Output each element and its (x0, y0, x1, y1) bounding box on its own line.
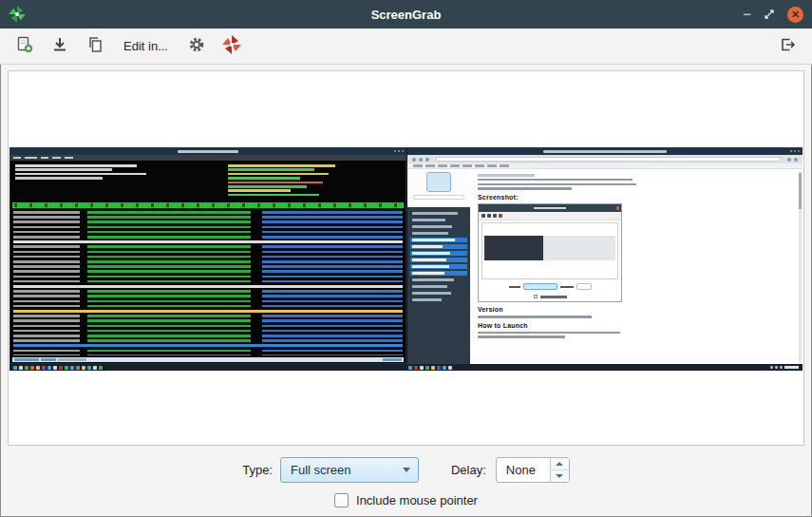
chevron-down-icon (403, 468, 410, 472)
maximize-button[interactable] (764, 9, 775, 20)
type-label: Type: (242, 463, 273, 477)
screenshot-preview-image: Screenshot: (9, 147, 803, 371)
type-combobox[interactable]: Full screen (280, 457, 419, 483)
screengrab-logo-icon (222, 35, 241, 57)
preview-terminal-body (9, 161, 406, 364)
toolbar: Edit in... (0, 29, 812, 65)
arrow-up-icon (556, 462, 563, 466)
preview-firefox-navbar (407, 155, 803, 163)
include-mouse-pointer-checkbox[interactable] (334, 493, 349, 507)
quit-icon (779, 36, 796, 56)
save-screenshot-icon (51, 36, 68, 56)
pointer-option-row: Include mouse pointer (0, 491, 812, 508)
preview-taskbar (9, 364, 803, 371)
preview-lubuntu-logo (426, 172, 451, 192)
window-title: ScreenGrab (0, 8, 812, 22)
settings-gear-icon (188, 36, 205, 56)
type-value: Full screen (291, 463, 351, 477)
preview-terminal-table-header (12, 202, 404, 208)
close-button[interactable]: ✕ (787, 7, 803, 23)
preview-firefox-urlbar (436, 157, 781, 162)
settings-button[interactable] (181, 32, 212, 61)
quit-button[interactable] (772, 32, 803, 61)
preview-terminal-titlebar (9, 147, 406, 155)
new-screenshot-button[interactable] (9, 32, 40, 61)
save-button[interactable] (45, 32, 75, 61)
about-screengrab-button[interactable] (217, 32, 247, 61)
preview-area: Screenshot: (8, 70, 804, 446)
preview-firefox-titlebar (407, 147, 803, 155)
include-mouse-pointer-label: Include mouse pointer (356, 493, 478, 507)
minimize-button[interactable]: − (743, 10, 751, 19)
preview-embedded-screengrab-image (478, 203, 622, 302)
delay-decrement-button[interactable] (551, 470, 569, 482)
arrow-down-icon (556, 474, 563, 478)
preview-doc-how-to-launch-heading: How to Launch (478, 322, 639, 329)
preview-firefox-window: Screenshot: (406, 147, 803, 371)
titlebar: ScreenGrab − ✕ (0, 0, 812, 29)
delay-label: Delay: (451, 463, 486, 477)
preview-terminal-window (9, 147, 406, 371)
preview-terminal-statusbar (12, 357, 404, 362)
preview-system-tray (770, 366, 799, 369)
delay-value: None (506, 463, 536, 477)
new-screenshot-icon (16, 36, 33, 56)
delay-increment-button[interactable] (551, 458, 569, 470)
edit-in-button[interactable]: Edit in... (115, 32, 177, 61)
preview-doc-version-heading: Version (478, 306, 639, 313)
edit-in-label: Edit in... (115, 39, 177, 53)
capture-options-row: Type: Full screen Delay: None (0, 457, 812, 483)
copy-button[interactable] (80, 32, 110, 61)
preview-manual-content: Screenshot: (470, 169, 803, 364)
preview-firefox-scrollbar (799, 171, 802, 362)
preview-doc-screenshot-heading: Screenshot: (478, 194, 639, 201)
preview-clock (784, 366, 799, 369)
preview-manual-sidebar (407, 169, 470, 364)
screengrab-app-icon[interactable] (9, 6, 26, 23)
screengrab-window: { "window": { "title": "ScreenGrab" }, "… (0, 0, 812, 517)
delay-spinbox[interactable]: None (496, 457, 570, 483)
copy-to-clipboard-icon (86, 36, 104, 56)
